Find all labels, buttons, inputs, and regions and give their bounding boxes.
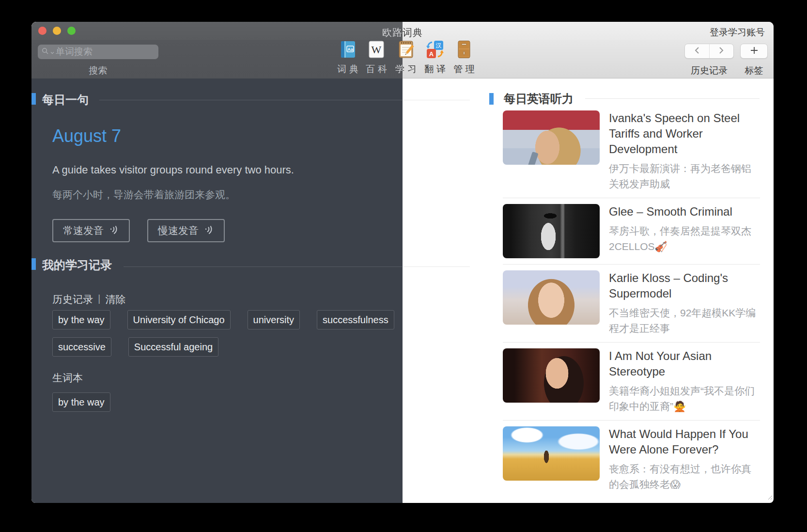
listening-item-title: Glee – Smooth Criminal xyxy=(609,204,760,219)
history-nav-label: 历史记录 xyxy=(684,64,734,77)
toolbar-divider xyxy=(403,78,774,78)
slow-speed-label: 慢速发音 xyxy=(158,224,199,237)
listening-item-title: Ivanka's Speech on Steel Tariffs and Wor… xyxy=(609,110,760,157)
section-accent-bar xyxy=(31,93,36,105)
history-tag[interactable]: by the way xyxy=(52,310,110,329)
clear-history-button[interactable]: 清除 xyxy=(105,293,125,306)
listening-item-subtitle: 不当维密天使，92年超模KK学编程才是正经事 xyxy=(609,305,760,336)
tag-label: Successful ageing xyxy=(134,342,213,353)
history-tag[interactable]: university xyxy=(248,310,300,329)
history-tags-row-2: successive Successful ageing xyxy=(52,337,218,357)
search-scope-chevron-icon[interactable] xyxy=(50,47,54,56)
history-tag[interactable]: successive xyxy=(52,337,111,357)
listening-item-title: Karlie Kloss – Coding's Supermodel xyxy=(609,270,760,301)
daily-listening-list: Ivanka's Speech on Steel Tariffs and Wor… xyxy=(503,105,760,498)
add-tag-button[interactable] xyxy=(740,44,768,59)
tag-label: successfulness xyxy=(323,314,388,326)
thumbnail-alone-forever[interactable] xyxy=(503,426,600,481)
pronunciation-buttons: 常速发音 慢速发音 xyxy=(52,219,225,242)
daily-sentence-chinese: 每两个小时，导游会带着旅游团来参观。 xyxy=(52,188,235,202)
tag-label: successive xyxy=(58,342,106,353)
desktop-background: 欧路词典 登录学习账号 搜索 Aa 词典 W xyxy=(0,0,807,532)
history-tag[interactable]: Successful ageing xyxy=(128,337,218,357)
toolbar-label-manage: 管理 xyxy=(444,63,484,76)
history-tag[interactable]: successfulness xyxy=(317,310,394,329)
history-nav-group xyxy=(684,44,734,59)
study-records-section-title: 我的学习记录 xyxy=(42,257,112,273)
chevron-left-icon xyxy=(694,47,700,56)
listening-item-subtitle: 美籍华裔小姐姐发声“我不是你们印象中的亚裔”🙅 xyxy=(609,383,760,414)
listening-item[interactable]: What Would Happen If You Were Alone Fore… xyxy=(503,420,760,498)
word-search-field[interactable] xyxy=(38,45,158,59)
app-window: 欧路词典 登录学习账号 搜索 Aa 词典 W xyxy=(31,22,774,503)
manage-cabinet-icon xyxy=(444,40,484,59)
speaker-waves-icon xyxy=(109,224,119,237)
normal-speed-button[interactable]: 常速发音 xyxy=(52,219,130,242)
toolbar-item-manage[interactable]: 管理 xyxy=(444,40,484,76)
daily-sentence-section-title: 每日一句 xyxy=(42,92,89,108)
tag-label: university xyxy=(253,314,294,326)
separator: | xyxy=(98,293,100,306)
tag-label: by the way xyxy=(58,314,105,326)
history-label: 历史记录 xyxy=(52,293,93,306)
listening-item[interactable]: Glee – Smooth Criminal 琴房斗歌，伴奏居然是提琴双杰2CE… xyxy=(503,198,760,264)
svg-text:汉: 汉 xyxy=(436,42,442,49)
section-accent-bar xyxy=(489,93,494,105)
wordbook-tags-row: by the way xyxy=(52,392,110,412)
resize-grip[interactable] xyxy=(766,493,773,502)
daily-sentence-date: August 7 xyxy=(52,126,121,146)
listening-item[interactable]: Karlie Kloss – Coding's Supermodel 不当维密天… xyxy=(503,264,760,342)
search-input[interactable] xyxy=(56,47,155,57)
history-header: 历史记录 | 清除 xyxy=(52,293,125,306)
history-tag[interactable]: University of Chicago xyxy=(127,310,231,329)
section-divider xyxy=(124,266,470,267)
listening-item-subtitle: 琴房斗歌，伴奏居然是提琴双杰2CELLOS🎻 xyxy=(609,223,760,254)
thumbnail-karlie-kloss-coding[interactable] xyxy=(503,270,600,325)
tag-label: by the way xyxy=(58,397,105,408)
thumbnail-ivanka-speech[interactable] xyxy=(503,110,600,165)
tag-label: University of Chicago xyxy=(133,314,225,326)
search-icon xyxy=(42,47,49,57)
normal-speed-label: 常速发音 xyxy=(63,224,104,237)
listening-item-text: What Would Happen If You Were Alone Fore… xyxy=(609,426,760,492)
plus-icon xyxy=(750,47,758,56)
listening-item-subtitle: 丧愈系：有没有想过，也许你真的会孤独终老😱 xyxy=(609,461,760,492)
wordbook-label: 生词本 xyxy=(52,371,83,385)
daily-panel: 每日一句 August 7 A guide takes visitor grou… xyxy=(31,78,403,503)
speaker-waves-icon xyxy=(203,224,214,237)
listening-item-text: Ivanka's Speech on Steel Tariffs and Wor… xyxy=(609,110,760,192)
listening-item-title: I Am Not Your Asian Stereotype xyxy=(609,348,760,379)
daily-sentence-english: A guide takes visitor groups round every… xyxy=(52,164,294,176)
search-toolbar-label: 搜索 xyxy=(38,64,158,77)
listening-item[interactable]: Ivanka's Speech on Steel Tariffs and Wor… xyxy=(503,105,760,198)
svg-text:Aa: Aa xyxy=(347,47,353,52)
window-title: 欧路词典 xyxy=(31,26,774,39)
listening-item-text: I Am Not Your Asian Stereotype 美籍华裔小姐姐发声… xyxy=(609,348,760,414)
listening-item-title: What Would Happen If You Were Alone Fore… xyxy=(609,426,760,457)
login-account-link[interactable]: 登录学习账号 xyxy=(710,26,765,39)
listening-item-subtitle: 伊万卡最新演讲：再为老爸钢铝关税发声助威 xyxy=(609,161,760,192)
listening-item-text: Karlie Kloss – Coding's Supermodel 不当维密天… xyxy=(609,270,760,336)
listening-item-text: Glee – Smooth Criminal 琴房斗歌，伴奏居然是提琴双杰2CE… xyxy=(609,204,760,258)
section-accent-bar xyxy=(31,258,36,270)
section-divider xyxy=(585,98,760,99)
svg-text:A: A xyxy=(429,50,434,58)
slow-speed-button[interactable]: 慢速发音 xyxy=(147,219,225,242)
back-button[interactable] xyxy=(685,44,709,58)
forward-button[interactable] xyxy=(709,44,734,58)
thumbnail-glee-smooth-criminal[interactable] xyxy=(503,204,600,258)
thumbnail-asian-stereotype[interactable] xyxy=(503,348,600,403)
listening-item[interactable]: I Am Not Your Asian Stereotype 美籍华裔小姐姐发声… xyxy=(503,342,760,420)
tags-nav-label: 标签 xyxy=(740,64,768,77)
section-divider xyxy=(99,100,470,100)
window-chrome: 欧路词典 登录学习账号 搜索 Aa 词典 W xyxy=(31,22,774,78)
wordbook-tag[interactable]: by the way xyxy=(52,392,110,412)
chevron-right-icon xyxy=(718,47,724,56)
history-tags-row-1: by the way University of Chicago univers… xyxy=(52,310,394,329)
svg-text:W: W xyxy=(372,44,382,56)
